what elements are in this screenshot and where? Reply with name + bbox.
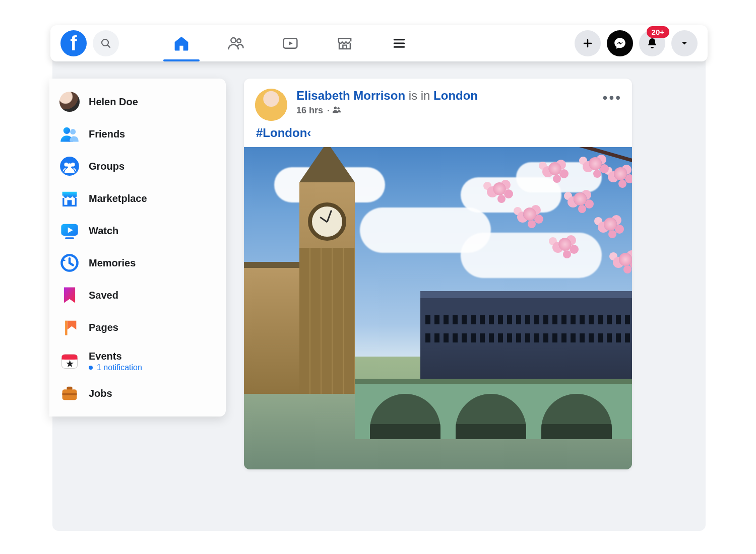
svg-point-15: [67, 163, 72, 168]
decorative: [355, 379, 632, 439]
notification-badge: 20+: [647, 26, 669, 38]
caret-down-icon: [679, 38, 689, 48]
post-title: Elisabeth Morrison is in London: [296, 89, 478, 103]
tab-home[interactable]: [154, 25, 209, 61]
hamburger-icon: [391, 35, 408, 52]
account-button[interactable]: [671, 30, 698, 56]
avatar: [59, 92, 80, 112]
sidebar-item-label: Pages: [89, 322, 118, 333]
post-verb: is in: [405, 89, 433, 102]
svg-rect-20: [65, 321, 67, 335]
dot-separator: ·: [327, 105, 341, 116]
svg-point-11: [70, 129, 76, 134]
events-icon: ★: [59, 351, 80, 371]
post-hashtag-link[interactable]: #London‹: [256, 126, 311, 140]
plus-icon: [582, 37, 594, 49]
sidebar-item-watch[interactable]: Watch: [54, 215, 221, 247]
messenger-button[interactable]: [607, 30, 633, 56]
sidebar-item-saved[interactable]: Saved: [54, 279, 221, 311]
left-sidebar: Helen Doe Friends Groups Marketplace Wat…: [49, 79, 226, 417]
friends-icon: [227, 35, 244, 52]
tab-friends[interactable]: [209, 25, 263, 61]
tab-menu[interactable]: [372, 25, 426, 61]
post-author-avatar[interactable]: [255, 89, 287, 121]
sidebar-item-label: Events: [89, 351, 142, 362]
svg-line-1: [107, 45, 110, 47]
svg-point-2: [231, 38, 236, 43]
svg-rect-18: [65, 237, 74, 239]
saved-icon: [59, 285, 80, 305]
bell-icon: [646, 37, 658, 49]
sidebar-profile-name: Helen Doe: [89, 96, 138, 108]
create-button[interactable]: [575, 30, 601, 56]
sidebar-item-label: Jobs: [89, 388, 112, 399]
groups-icon: [59, 156, 80, 176]
svg-text:★: ★: [66, 359, 74, 369]
marketplace-icon: [59, 188, 80, 209]
sidebar-item-label: Saved: [89, 290, 118, 301]
nav-actions: 20+: [575, 30, 698, 56]
facebook-logo-icon[interactable]: f: [60, 30, 87, 56]
svg-rect-16: [68, 200, 72, 205]
post-header: Elisabeth Morrison is in London 16 hrs ·…: [244, 79, 632, 124]
svg-point-3: [237, 39, 241, 43]
sidebar-item-profile[interactable]: Helen Doe: [54, 86, 221, 118]
search-button[interactable]: [93, 30, 119, 56]
jobs-icon: [59, 383, 80, 403]
sidebar-item-pages[interactable]: Pages: [54, 311, 221, 343]
sidebar-item-label: Groups: [89, 161, 124, 172]
feed-post: Elisabeth Morrison is in London 16 hrs ·…: [244, 79, 632, 469]
post-menu-button[interactable]: •••: [603, 90, 622, 106]
sidebar-item-subtext: 1 notification: [89, 363, 142, 372]
svg-point-29: [338, 107, 340, 109]
sidebar-item-label: Friends: [89, 128, 125, 140]
memories-icon: [59, 253, 80, 273]
sidebar-item-label: Marketplace: [89, 193, 147, 204]
tab-marketplace[interactable]: [318, 25, 372, 61]
sidebar-item-label: Memories: [89, 257, 136, 269]
tab-watch[interactable]: [263, 25, 318, 61]
post-time: 16 hrs: [296, 105, 323, 116]
post-image[interactable]: [244, 147, 632, 469]
marketplace-icon: [336, 35, 353, 52]
svg-point-28: [334, 107, 337, 109]
post-meta: 16 hrs ·: [296, 105, 478, 116]
sidebar-item-marketplace[interactable]: Marketplace: [54, 182, 221, 215]
svg-point-10: [64, 127, 70, 134]
decorative: [299, 182, 355, 394]
home-icon: [173, 35, 190, 52]
sidebar-item-groups[interactable]: Groups: [54, 150, 221, 182]
pages-icon: [59, 317, 80, 337]
nav-tabs: [154, 25, 575, 61]
top-nav: f: [50, 25, 708, 61]
post-author-link[interactable]: Elisabeth Morrison: [296, 89, 405, 102]
watch-icon: [59, 221, 80, 241]
friends-icon: [59, 124, 80, 144]
sidebar-item-friends[interactable]: Friends: [54, 118, 221, 150]
notifications-button[interactable]: 20+: [639, 30, 665, 56]
sidebar-item-events[interactable]: ★ Events 1 notification: [54, 343, 221, 377]
post-body: #London‹: [244, 124, 632, 147]
search-icon: [100, 37, 112, 49]
watch-icon: [282, 35, 299, 52]
messenger-icon: [613, 37, 626, 50]
friends-privacy-icon: [332, 105, 341, 114]
sidebar-item-label: Watch: [89, 225, 118, 237]
post-location-link[interactable]: London: [433, 89, 478, 102]
sidebar-item-jobs[interactable]: Jobs: [54, 377, 221, 409]
sidebar-item-memories[interactable]: Memories: [54, 247, 221, 279]
decorative: [451, 147, 632, 328]
svg-rect-27: [62, 393, 77, 395]
